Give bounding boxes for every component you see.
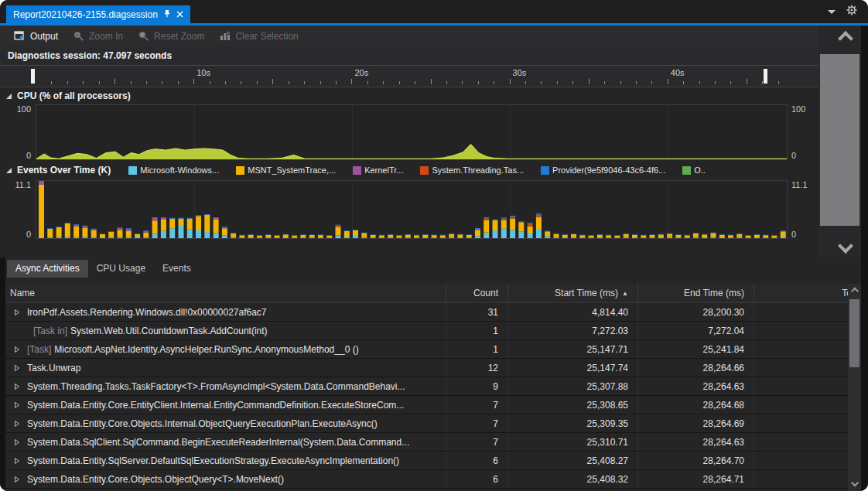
start-time-cell: 25,309.35 [508, 414, 638, 432]
zoom-in-button[interactable]: Zoom In [66, 28, 131, 45]
legend-item: MSNT_SystemTrace,... [236, 165, 336, 175]
table-row[interactable]: System.Threading.Tasks.TaskFactory<T>.Fr… [5, 377, 861, 396]
ruler-tick-label: 40s [671, 68, 685, 77]
total-time-cell [754, 340, 861, 358]
selection-handle-right[interactable] [764, 69, 767, 84]
graphs-scrollbar[interactable] [818, 26, 861, 257]
legend-swatch [128, 166, 137, 175]
column-header-start-time-ms-[interactable]: Start Time (ms)▲ [508, 284, 638, 302]
scrollbar-thumb[interactable] [849, 299, 859, 367]
row-prefix: [Task] [27, 344, 51, 355]
tab-events[interactable]: Events [154, 260, 200, 278]
magnifier-icon [138, 31, 149, 41]
table-header: NameCountStart Time (ms)▲End Time (ms)To [5, 284, 861, 303]
ruler-tick [572, 81, 573, 84]
legend-item: KernelTr... [353, 165, 403, 175]
timeline-ruler[interactable]: 10s20s30s40s [0, 66, 818, 87]
events-ymin-left: 0 [26, 230, 31, 239]
ruler-tick [478, 81, 479, 84]
ruler-tick [415, 81, 415, 84]
scrollbar-thumb[interactable] [820, 54, 859, 226]
ruler-tick [162, 81, 162, 84]
pin-icon[interactable] [163, 9, 171, 20]
expand-icon[interactable] [10, 346, 24, 353]
ruler-tick [178, 81, 179, 84]
ruler-tick [51, 81, 52, 84]
cpu-section-header[interactable]: CPU (% of all processors) [0, 87, 818, 104]
table-row[interactable]: System.Data.Entity.Core.Objects.Internal… [5, 414, 861, 433]
document-tab[interactable]: Report20210426-2155.diagsession [6, 5, 190, 23]
events-section-title: Events Over Time (K) [17, 165, 111, 176]
scroll-down-icon[interactable] [838, 238, 853, 254]
ruler-tick [83, 81, 84, 84]
ruler-tick [651, 81, 652, 84]
activity-name: System.Data.Entity.Core.Objects.Internal… [27, 418, 378, 429]
end-time-cell: 28,264.69 [638, 414, 754, 432]
expand-icon[interactable] [10, 364, 24, 372]
expand-icon[interactable] [10, 476, 24, 483]
table-row[interactable]: System.Data.SqlClient.SqlCommand.BeginEx… [5, 433, 861, 452]
column-header-to[interactable]: To [754, 284, 861, 302]
column-header-end-time-ms-[interactable]: End Time (ms) [638, 284, 754, 302]
start-time-cell: 25,308.65 [508, 396, 638, 414]
ruler-tick [272, 79, 273, 84]
legend-swatch [420, 166, 429, 175]
chevron-down-icon[interactable] [828, 10, 836, 14]
events-chart[interactable] [36, 180, 788, 239]
scroll-up-icon[interactable] [851, 288, 859, 295]
legend-item: O.. [682, 165, 706, 175]
clear-selection-button[interactable]: Clear Selection [212, 28, 306, 45]
table-row[interactable]: System.Data.Entity.SqlServer.DefaultSqlE… [5, 452, 861, 470]
name-cell: System.Data.Entity.SqlServer.DefaultSqlE… [5, 452, 446, 469]
events-legend: Microsoft-Windows...MSNT_SystemTrace,...… [128, 165, 706, 175]
cpu-chart[interactable] [36, 104, 788, 160]
table-row[interactable]: Task.Unwrap1225,147.7428,264.66 [5, 359, 861, 377]
ruler-tick [446, 81, 447, 84]
output-button[interactable]: Output [6, 28, 66, 45]
window-edge [861, 26, 868, 257]
ruler-tick [683, 81, 684, 84]
ruler-tick [257, 81, 258, 84]
count-cell: 7 [446, 414, 508, 432]
expand-icon[interactable] [10, 309, 24, 316]
tab-cpu-usage[interactable]: CPU Usage [88, 260, 154, 278]
selection-handle-left[interactable] [31, 69, 35, 84]
table-row[interactable]: System.Data.Entity.Core.EntityClient.Int… [5, 396, 861, 414]
count-cell: 7 [446, 433, 508, 451]
count-cell: 31 [446, 303, 508, 321]
end-time-cell: 28,200.30 [638, 303, 754, 321]
column-header-name[interactable]: Name [5, 284, 446, 302]
events-section-title-wrap[interactable]: Events Over Time (K) [6, 165, 111, 176]
expand-icon[interactable] [10, 401, 24, 409]
expand-icon[interactable] [10, 420, 24, 428]
table-scrollbar[interactable] [848, 284, 861, 491]
expand-icon[interactable] [10, 383, 24, 390]
column-header-count[interactable]: Count [446, 284, 508, 302]
expand-icon[interactable] [10, 457, 24, 465]
name-cell: System.Data.SqlClient.SqlCommand.BeginEx… [5, 433, 446, 451]
column-label: Start Time (ms) [555, 288, 618, 298]
total-time-cell [754, 396, 861, 414]
reset-zoom-button[interactable]: Reset Zoom [131, 28, 212, 45]
scroll-up-icon[interactable] [838, 31, 853, 46]
name-cell: System.Threading.Tasks.TaskFactory<T>.Fr… [5, 377, 446, 395]
close-icon[interactable] [176, 9, 183, 20]
detail-tab-strip: Async ActivitiesCPU UsageEvents [5, 257, 861, 278]
expand-icon[interactable] [10, 438, 24, 446]
table-row[interactable]: [Task]Microsoft.AspNet.Identity.AsyncHel… [5, 340, 861, 359]
legend-label: Provider(9e5f9046-43c6-4f6... [552, 165, 665, 175]
table-row[interactable]: System.Data.Entity.Core.Objects.ObjectQu… [5, 470, 861, 489]
ruler-tick [336, 81, 337, 84]
ruler-tick [383, 81, 384, 84]
legend-swatch [353, 166, 361, 175]
count-cell: 1 [446, 322, 508, 339]
gear-icon[interactable] [846, 5, 857, 19]
table-row[interactable]: IronPdf.Assets.Rendering.Windows.dll!0x0… [5, 303, 861, 322]
tab-async-activities[interactable]: Async Activities [7, 260, 88, 278]
ruler-tick [541, 81, 542, 84]
column-label: End Time (ms) [684, 288, 744, 298]
scroll-down-icon[interactable] [851, 479, 859, 487]
table-row[interactable]: [Task in]System.Web.Util.CountdownTask.A… [5, 322, 861, 340]
name-cell: System.Data.Entity.Core.Objects.Internal… [5, 414, 446, 432]
start-time-cell: 25,147.74 [508, 359, 638, 377]
